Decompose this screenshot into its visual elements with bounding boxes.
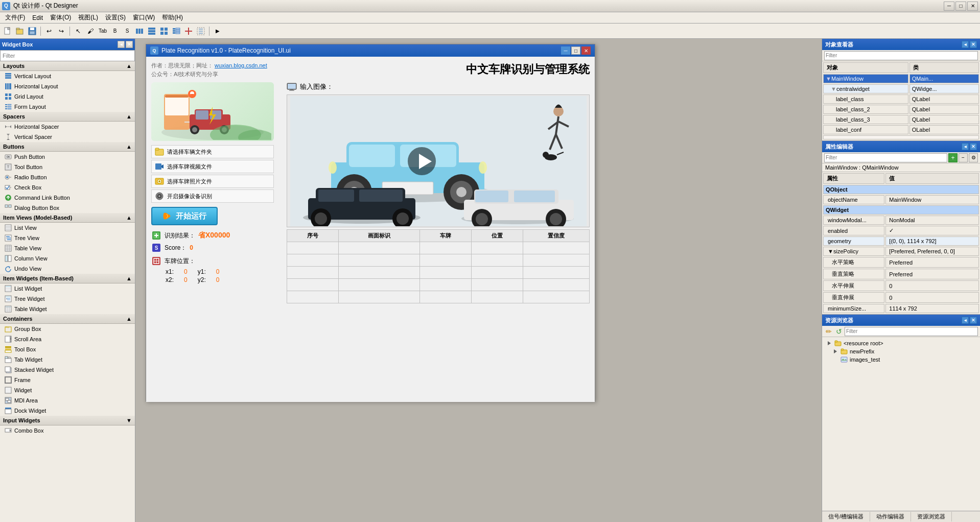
toolbar-select[interactable]: ↖ bbox=[73, 26, 84, 37]
minimize-button[interactable]: ─ bbox=[944, 2, 954, 11]
property-minus-button[interactable]: − bbox=[959, 153, 968, 162]
widget-h-spacer[interactable]: Horizontal Spacer bbox=[0, 122, 135, 132]
menu-help[interactable]: 帮助(H) bbox=[159, 12, 186, 23]
widget-tree-view[interactable]: Tree View bbox=[0, 233, 135, 243]
widget-grid-layout[interactable]: Grid Layout bbox=[0, 91, 135, 102]
tab-resource-browser[interactable]: 资源浏览器 bbox=[911, 512, 952, 521]
toolbar-open[interactable] bbox=[14, 26, 26, 37]
widget-stacked-widget[interactable]: Stacked Widget bbox=[0, 365, 135, 375]
widget-scroll-area[interactable]: Scroll Area bbox=[0, 334, 135, 344]
widget-table-view[interactable]: Table View bbox=[0, 243, 135, 253]
menu-window[interactable]: 窗体(O) bbox=[47, 12, 74, 23]
prop-objectname[interactable]: objectName MainWindow bbox=[823, 195, 979, 204]
object-row-label-conf[interactable]: label_conf OLabel bbox=[823, 125, 979, 134]
widget-v-spacer[interactable]: Vertical Spacer bbox=[0, 132, 135, 142]
object-row-label-class[interactable]: label_class QLabel bbox=[823, 94, 979, 104]
toolbar-break-layout[interactable] bbox=[183, 26, 194, 37]
widget-combo-box[interactable]: Combo Box bbox=[0, 425, 135, 436]
close-button[interactable]: ✕ bbox=[967, 2, 978, 11]
property-config-button[interactable]: ⚙ bbox=[969, 153, 978, 162]
app-link[interactable]: wuxian.blog.csdn.net bbox=[215, 62, 267, 68]
widget-dialog-button-box[interactable]: Dialog Button Box bbox=[0, 203, 135, 213]
object-inspector-filter[interactable] bbox=[824, 51, 978, 60]
resource-refresh-button[interactable]: ↺ bbox=[834, 327, 844, 336]
prop-minimumsize[interactable]: minimumSize... 1114 x 792 bbox=[823, 304, 979, 313]
btn-folder[interactable]: 请选择车辆文件夹 bbox=[151, 145, 274, 158]
widget-horizontal-layout[interactable]: Horizontal Layout bbox=[0, 81, 135, 91]
btn-video[interactable]: 选择车牌视频文件 bbox=[151, 160, 274, 173]
widget-table-widget[interactable]: Table Widget bbox=[0, 304, 135, 314]
widget-form-layout[interactable]: Form Layout bbox=[0, 102, 135, 112]
widget-radio-button[interactable]: Radio Button bbox=[0, 172, 135, 182]
prop-sizepolicy[interactable]: ▼ sizePolicy [Preferred, Preferred, 0, 0… bbox=[823, 247, 979, 256]
prop-hz-policy[interactable]: 水平策略 Preferred bbox=[823, 257, 979, 268]
widget-check-box[interactable]: Check Box bbox=[0, 182, 135, 193]
toolbar-undo[interactable]: ↩ bbox=[43, 26, 55, 37]
toolbar-preview[interactable]: ▶ bbox=[212, 26, 223, 37]
widget-widget[interactable]: Widget bbox=[0, 385, 135, 395]
widget-box-close-button[interactable]: ✕ bbox=[126, 41, 133, 48]
prop-vt-policy[interactable]: 垂直策略 Preferred bbox=[823, 269, 979, 279]
property-editor-float-button[interactable]: ◂ bbox=[962, 143, 969, 150]
widget-undo-view[interactable]: Undo View bbox=[0, 264, 135, 274]
btn-photo[interactable]: 选择车牌照片文件 bbox=[151, 175, 274, 188]
menu-settings[interactable]: 设置(S) bbox=[102, 12, 129, 23]
prop-windowmodal[interactable]: windowModal... NonModal bbox=[823, 216, 979, 225]
widget-tool-box[interactable]: Tool Box bbox=[0, 344, 135, 354]
widget-push-button[interactable]: OK Push Button bbox=[0, 152, 135, 162]
widget-tree-widget[interactable]: Tree Widget bbox=[0, 294, 135, 304]
prop-geometry[interactable]: geometry [(0, 0), 1114 x 792] bbox=[823, 236, 979, 246]
widget-group-box[interactable]: Grp Group Box bbox=[0, 324, 135, 334]
tab-action-editor[interactable]: 动作编辑器 bbox=[870, 512, 911, 521]
menu-file[interactable]: 文件(F) bbox=[2, 12, 28, 23]
btn-camera[interactable]: 开启摄像设备识别 bbox=[151, 189, 274, 203]
resource-images-test[interactable]: images_test bbox=[824, 355, 978, 364]
widget-mdi-area[interactable]: MDI Area bbox=[0, 395, 135, 406]
menu-edit[interactable]: Edit bbox=[29, 13, 46, 22]
prop-vt-stretch[interactable]: 垂直伸展 0 bbox=[823, 292, 979, 303]
designer-minimize-button[interactable]: ─ bbox=[561, 46, 570, 55]
menu-view[interactable]: 视图(L) bbox=[75, 12, 101, 23]
prop-hz-stretch[interactable]: 水平伸展 0 bbox=[823, 280, 979, 291]
object-inspector-float-button[interactable]: ◂ bbox=[962, 41, 969, 48]
designer-maximize-button[interactable]: □ bbox=[571, 46, 580, 55]
tab-signal-slot[interactable]: 信号/槽编辑器 bbox=[822, 512, 870, 521]
toolbar-redo[interactable]: ↪ bbox=[56, 26, 67, 37]
widget-box-filter[interactable] bbox=[0, 50, 135, 61]
resource-browser-float-button[interactable]: ◂ bbox=[962, 317, 969, 324]
toolbar-save[interactable] bbox=[27, 26, 38, 37]
start-button[interactable]: 开始运行 bbox=[151, 207, 218, 225]
resource-browser-filter[interactable] bbox=[845, 327, 978, 336]
widget-tool-button[interactable]: T Tool Button bbox=[0, 162, 135, 172]
resource-browser-close-button[interactable]: ✕ bbox=[970, 317, 977, 324]
widget-list-view[interactable]: List View bbox=[0, 223, 135, 233]
widget-box-float-button[interactable]: ◂ bbox=[118, 41, 125, 48]
object-row-mainwindow[interactable]: ▼ MainWindow QMain... bbox=[823, 74, 979, 83]
widget-command-link-button[interactable]: Command Link Button bbox=[0, 193, 135, 203]
menu-window2[interactable]: 窗口(W) bbox=[130, 12, 158, 23]
resource-edit-button[interactable]: ✏ bbox=[824, 327, 833, 336]
widget-dock-widget[interactable]: Dock Widget bbox=[0, 406, 135, 416]
property-editor-close-button[interactable]: ✕ bbox=[970, 143, 977, 150]
prop-enabled[interactable]: enabled ✓ bbox=[823, 226, 979, 235]
widget-list-widget[interactable]: List Widget bbox=[0, 283, 135, 294]
widget-tab-widget[interactable]: Tab Widget bbox=[0, 354, 135, 365]
property-editor-filter[interactable] bbox=[824, 153, 947, 162]
toolbar-layout-h[interactable] bbox=[134, 26, 145, 37]
object-row-label-class2[interactable]: label_class_2 QLabel bbox=[823, 105, 979, 114]
toolbar-buddies[interactable]: B bbox=[109, 26, 121, 37]
object-row-label-class3[interactable]: label_class_3 QLabel bbox=[823, 115, 979, 124]
toolbar-layout-form[interactable] bbox=[171, 26, 182, 37]
resource-root[interactable]: <resource root> bbox=[824, 339, 978, 347]
toolbar-signals[interactable]: S bbox=[122, 26, 133, 37]
designer-close-button[interactable]: ✕ bbox=[581, 46, 591, 55]
toolbar-paint[interactable]: 🖌 bbox=[85, 26, 96, 37]
object-row-centralwidget[interactable]: ▼ centralwidget QWidge... bbox=[823, 84, 979, 93]
widget-column-view[interactable]: Column View bbox=[0, 253, 135, 264]
resource-newprefix[interactable]: newPrefix bbox=[824, 347, 978, 355]
toolbar-new[interactable] bbox=[2, 26, 13, 37]
toolbar-adjust[interactable] bbox=[195, 26, 206, 37]
widget-frame[interactable]: Frame bbox=[0, 375, 135, 385]
toolbar-tab[interactable]: Tab bbox=[97, 26, 108, 37]
widget-vertical-layout[interactable]: Vertical Layout bbox=[0, 71, 135, 81]
